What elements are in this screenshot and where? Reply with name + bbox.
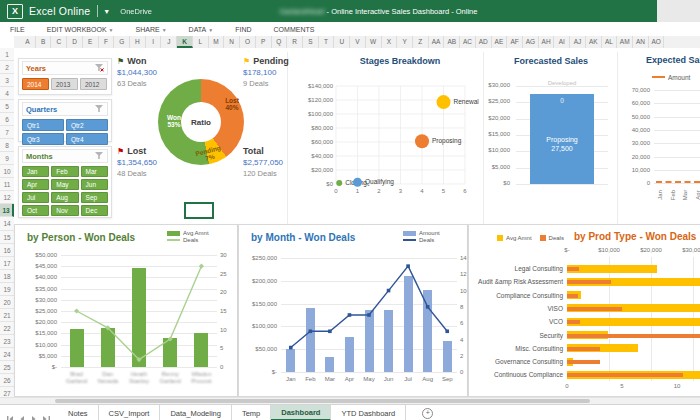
sheet-tab-notes[interactable]: Notes bbox=[58, 405, 99, 420]
column-header-A[interactable]: A bbox=[20, 36, 36, 48]
slicer-button-feb[interactable]: Feb bbox=[51, 166, 78, 177]
row-header-18[interactable]: 18 bbox=[0, 270, 14, 283]
column-header-AJ[interactable]: AJ bbox=[570, 36, 586, 48]
filter-icon[interactable] bbox=[95, 105, 104, 113]
slicer-button-2013[interactable]: 2013 bbox=[51, 78, 78, 90]
column-header-O[interactable]: O bbox=[240, 36, 256, 48]
column-header-AN[interactable]: AN bbox=[633, 36, 649, 48]
column-header-AK[interactable]: AK bbox=[586, 36, 602, 48]
column-header-J[interactable]: J bbox=[161, 36, 177, 48]
by-month-chart-panel[interactable]: by Month - Won Deals Amount Deals $250,0… bbox=[238, 224, 468, 397]
column-header-AG[interactable]: AG bbox=[523, 36, 539, 48]
column-header-I[interactable]: I bbox=[146, 36, 162, 48]
row-header-5[interactable]: 5 bbox=[0, 100, 14, 113]
slicer-button-sep[interactable]: Sep bbox=[81, 192, 108, 203]
by-person-chart-panel[interactable]: by Person - Won Deals Avg Amnt Deals $50… bbox=[14, 224, 238, 397]
selected-cell[interactable] bbox=[184, 202, 214, 219]
slicer-button-qtr2[interactable]: Qtr2 bbox=[66, 119, 108, 131]
column-header-AI[interactable]: AI bbox=[554, 36, 570, 48]
slicer-button-jan[interactable]: Jan bbox=[22, 166, 49, 177]
column-header-AM[interactable]: AM bbox=[617, 36, 633, 48]
row-header-14[interactable]: 14 bbox=[0, 217, 14, 230]
expected-sales-chart[interactable]: 70,00060,00050,00040,00030,00020,00010,0… bbox=[600, 80, 700, 206]
filter-icon[interactable] bbox=[95, 64, 104, 72]
slicer-button-oct[interactable]: Oct bbox=[22, 205, 49, 216]
column-header-G[interactable]: G bbox=[114, 36, 130, 48]
column-header-H[interactable]: H bbox=[130, 36, 146, 48]
row-header-24[interactable]: 24 bbox=[0, 348, 14, 361]
row-header-17[interactable]: 17 bbox=[0, 257, 14, 270]
row-header-26[interactable]: 26 bbox=[0, 374, 14, 387]
row-header-3[interactable]: 3 bbox=[0, 74, 14, 87]
column-header-AE[interactable]: AE bbox=[492, 36, 508, 48]
onedrive-link[interactable]: OneDrive bbox=[120, 7, 152, 16]
slicer-button-jun[interactable]: Jun bbox=[81, 179, 108, 190]
column-header-W[interactable]: W bbox=[366, 36, 382, 48]
row-header-20[interactable]: 20 bbox=[0, 296, 14, 309]
slicer-button-may[interactable]: May bbox=[51, 179, 78, 190]
sheet-tab-dashboard[interactable]: Dashboard bbox=[271, 405, 331, 420]
slicer-button-qtr1[interactable]: Qtr1 bbox=[22, 119, 64, 131]
sheet-tab-ytd-dashboard[interactable]: YTD Dashboard bbox=[331, 405, 406, 420]
slicer-button-2014[interactable]: 2014 bbox=[22, 78, 49, 90]
row-header-10[interactable]: 10 bbox=[0, 165, 14, 178]
slicer-button-qtr3[interactable]: Qtr3 bbox=[22, 133, 64, 145]
column-header-F[interactable]: F bbox=[99, 36, 115, 48]
column-header-AC[interactable]: AC bbox=[460, 36, 476, 48]
column-header-K[interactable]: K bbox=[177, 36, 193, 48]
column-header-V[interactable]: V bbox=[350, 36, 366, 48]
column-header-U[interactable]: U bbox=[334, 36, 350, 48]
row-header-4[interactable]: 4 bbox=[0, 87, 14, 100]
add-sheet-button[interactable]: + bbox=[422, 408, 433, 419]
slicer-button-2012[interactable]: 2012 bbox=[80, 78, 107, 90]
row-header-25[interactable]: 25 bbox=[0, 361, 14, 374]
column-header-C[interactable]: C bbox=[51, 36, 67, 48]
row-header-7[interactable]: 7 bbox=[0, 126, 14, 139]
column-header-AA[interactable]: AA bbox=[429, 36, 445, 48]
column-header-R[interactable]: R bbox=[287, 36, 303, 48]
prev-sheet-button[interactable] bbox=[18, 409, 26, 417]
forecasted-sales-chart[interactable]: $30,000$25,000$20,000$15,000$10,000$5,00… bbox=[460, 66, 616, 206]
column-header-M[interactable]: M bbox=[209, 36, 225, 48]
column-header-AD[interactable]: AD bbox=[476, 36, 492, 48]
column-header-S[interactable]: S bbox=[303, 36, 319, 48]
slicer-button-nov[interactable]: Nov bbox=[51, 205, 78, 216]
slicer-button-dec[interactable]: Dec bbox=[81, 205, 108, 216]
menu-item-find[interactable]: FIND bbox=[235, 26, 251, 33]
row-header-15[interactable]: 15 bbox=[0, 231, 14, 244]
column-header-Z[interactable]: Z bbox=[413, 36, 429, 48]
last-sheet-button[interactable] bbox=[42, 409, 50, 417]
excel-logo-icon[interactable]: X bbox=[7, 4, 23, 19]
column-header-E[interactable]: E bbox=[83, 36, 99, 48]
horizontal-scrollbar[interactable] bbox=[0, 397, 700, 404]
scrollbar-thumb[interactable] bbox=[55, 399, 590, 403]
row-header-12[interactable]: 12 bbox=[0, 191, 14, 204]
column-header-L[interactable]: L bbox=[193, 36, 209, 48]
menu-item-comments[interactable]: COMMENTS bbox=[274, 26, 315, 33]
column-header-D[interactable]: D bbox=[67, 36, 83, 48]
row-headers[interactable]: 1234567891011121314151617181920212223242… bbox=[0, 48, 15, 400]
column-header-N[interactable]: N bbox=[224, 36, 240, 48]
by-prod-chart-panel[interactable]: Avg Amnt Deals by Prod Type - Won Deals … bbox=[468, 224, 700, 397]
sheet-tab-csv_import[interactable]: CSV_Import bbox=[99, 405, 161, 420]
row-header-2[interactable]: 2 bbox=[0, 61, 14, 74]
next-sheet-button[interactable] bbox=[30, 409, 38, 417]
menu-item-edit-workbook[interactable]: EDIT WORKBOOK▼ bbox=[47, 26, 114, 33]
column-header-X[interactable]: X bbox=[382, 36, 398, 48]
row-header-11[interactable]: 11 bbox=[0, 178, 14, 191]
row-header-9[interactable]: 9 bbox=[0, 152, 14, 165]
row-header-21[interactable]: 21 bbox=[0, 309, 14, 322]
filter-icon[interactable] bbox=[95, 152, 104, 160]
slicer-button-mar[interactable]: Mar bbox=[81, 166, 108, 177]
column-header-P[interactable]: P bbox=[256, 36, 272, 48]
row-header-1[interactable]: 1 bbox=[0, 48, 14, 61]
column-header-B[interactable]: B bbox=[36, 36, 52, 48]
column-header-AL[interactable]: AL bbox=[602, 36, 618, 48]
row-header-8[interactable]: 8 bbox=[0, 139, 14, 152]
column-header-AF[interactable]: AF bbox=[507, 36, 523, 48]
row-header-6[interactable]: 6 bbox=[0, 113, 14, 126]
column-header-AO[interactable]: AO bbox=[649, 36, 665, 48]
chevron-down-icon[interactable]: ▼ bbox=[103, 8, 110, 15]
slicer-button-jul[interactable]: Jul bbox=[22, 192, 49, 203]
row-header-22[interactable]: 22 bbox=[0, 322, 14, 335]
